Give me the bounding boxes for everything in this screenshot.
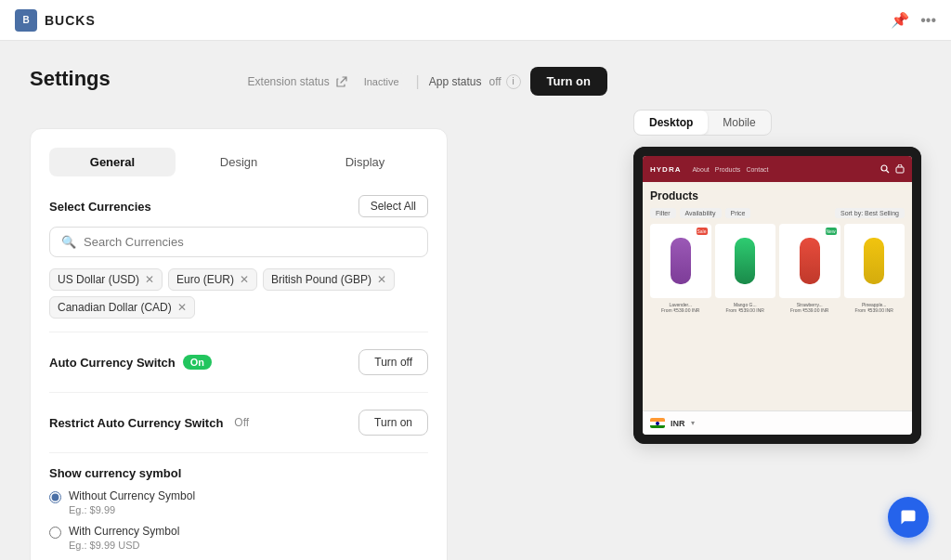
remove-eur-button[interactable]: ✕ [240, 273, 249, 286]
restrict-auto-currency-label: Restrict Auto Currency Switch [49, 416, 223, 430]
topnav: B BUCKS 📌 ••• [0, 0, 951, 41]
mobile-view-button[interactable]: Mobile [708, 111, 770, 135]
tablet-content: Products Filter Availability Price Sort … [643, 182, 912, 410]
tablet-frame: HYDRA About Products Contact P [633, 147, 921, 444]
remove-cad-button[interactable]: ✕ [177, 301, 187, 314]
currency-tag-eur: Euro (EUR) ✕ [168, 268, 257, 291]
product-img-2 [735, 238, 755, 284]
search-icon: 🔍 [61, 235, 76, 249]
tab-general[interactable]: General [49, 148, 176, 176]
divider-2 [49, 392, 428, 393]
radio-without-symbol-label: Without Currency Symbol [69, 489, 195, 502]
show-currency-symbol-section: Show currency symbol Without Currency Sy… [49, 466, 428, 551]
remove-gbp-button[interactable]: ✕ [377, 273, 386, 286]
radio-option-without-symbol: Without Currency Symbol Eg.: $9.99 [49, 489, 428, 515]
tablet-page-title: Products [650, 189, 905, 202]
radio-option-with-symbol: With Currency Symbol Eg.: $9.99 USD [49, 525, 428, 551]
desktop-view-button[interactable]: Desktop [634, 111, 708, 135]
search-box: 🔍 [49, 227, 428, 257]
india-flag [650, 418, 665, 428]
select-currencies-label: Select Currencies [49, 200, 151, 214]
svg-point-0 [881, 165, 887, 171]
tab-display[interactable]: Display [302, 148, 428, 176]
search-input[interactable] [84, 235, 416, 249]
availability-item: Availability [680, 208, 722, 218]
turn-off-auto-currency-button[interactable]: Turn off [358, 349, 428, 375]
extension-status-label: Extension status [248, 75, 330, 88]
tablet-nav-item-3: Contact [746, 166, 768, 173]
chat-button[interactable] [888, 497, 929, 538]
dropdown-arrow[interactable]: ▾ [691, 419, 695, 427]
tablet-nav-item-2: Products [715, 166, 741, 173]
product-img-1 [671, 238, 691, 284]
select-currencies-section: Select Currencies Select All [49, 195, 428, 217]
auto-currency-switch-label: Auto Currency Switch [49, 356, 176, 370]
radio-with-symbol[interactable] [49, 527, 61, 539]
topnav-left: B BUCKS [15, 9, 96, 32]
tab-design[interactable]: Design [176, 148, 302, 176]
page-title: Settings [30, 67, 111, 91]
app-status-value: off [489, 75, 501, 88]
remove-usd-button[interactable]: ✕ [145, 273, 154, 286]
filter-item: Filter [650, 208, 676, 218]
radio-with-symbol-example: Eg.: $9.99 USD [69, 540, 179, 551]
auto-currency-switch-status: On [183, 355, 212, 370]
product-card-4 [844, 224, 905, 298]
product-badge-3: New [826, 228, 837, 235]
extension-status-badge: Inactive [357, 73, 407, 90]
select-all-button[interactable]: Select All [358, 195, 428, 217]
price-item: Price [725, 208, 751, 218]
currency-tag-eur-label: Euro (EUR) [176, 273, 234, 286]
chat-icon [899, 508, 918, 527]
main-content: Settings Extension status Inactive | App… [0, 41, 951, 560]
show-currency-symbol-title: Show currency symbol [49, 466, 428, 480]
price-1: Lavender...From ₹539.00 INR [650, 302, 711, 313]
separator: | [416, 73, 420, 90]
tablet-screen: HYDRA About Products Contact P [643, 156, 912, 435]
settings-header: Settings Extension status Inactive | App… [30, 67, 607, 110]
divider-1 [49, 332, 428, 332]
restrict-auto-currency-row: Restrict Auto Currency Switch Off Turn o… [49, 406, 428, 439]
tablet-nav-item-1: About [692, 166, 709, 173]
tablet-price-row: Lavender...From ₹539.00 INR Mango G...Fr… [650, 302, 905, 313]
currency-tag-usd: US Dollar (USD) ✕ [49, 268, 163, 291]
radio-with-symbol-label: With Currency Symbol [69, 525, 179, 538]
app-status-label: App status [429, 75, 482, 88]
product-img-4 [864, 238, 884, 284]
tablet-filter-row: Filter Availability Price Sort by: Best … [650, 208, 905, 218]
svg-rect-2 [896, 167, 904, 173]
topnav-right: 📌 ••• [891, 11, 936, 29]
pin-icon[interactable]: 📌 [891, 11, 909, 29]
external-link-icon[interactable] [336, 76, 347, 87]
flag-bot [650, 425, 665, 429]
app-logo-letter: B [22, 15, 29, 25]
app-logo: B [15, 9, 37, 32]
product-badge-1: Sale [697, 228, 708, 235]
flag-icon [650, 418, 665, 428]
currency-tag-usd-label: US Dollar (USD) [58, 273, 139, 286]
info-icon[interactable]: i [506, 74, 521, 89]
price-3: Strawberry...From ₹539.00 INR [779, 302, 840, 313]
left-panel: Settings Extension status Inactive | App… [30, 67, 607, 534]
restrict-auto-currency-status: Off [230, 414, 253, 431]
product-card-3: New [779, 224, 840, 298]
price-4: Pineapple...From ₹539.00 INR [844, 302, 905, 313]
view-toggle: Desktop Mobile [633, 110, 772, 136]
right-panel: Desktop Mobile HYDRA About Products Cont… [633, 67, 921, 534]
app-status-row: App status off i [429, 74, 521, 89]
tablet-nav: About Products Contact [692, 166, 768, 173]
preview-container: HYDRA About Products Contact P [633, 147, 921, 444]
product-card-2 [715, 224, 776, 298]
radio-without-symbol[interactable] [49, 491, 61, 503]
settings-header-right: Extension status Inactive | App status o… [248, 67, 607, 96]
radio-without-symbol-content: Without Currency Symbol Eg.: $9.99 [69, 489, 195, 515]
turn-on-button[interactable]: Turn on [530, 67, 607, 96]
price-2: Mango G...From ₹539.00 INR [715, 302, 776, 313]
product-img-3 [800, 238, 820, 284]
tablet-search-icon [880, 164, 890, 174]
tablet-cart-icon [895, 164, 905, 174]
turn-on-restrict-button[interactable]: Turn on [358, 410, 428, 436]
more-options-icon[interactable]: ••• [920, 12, 936, 29]
restrict-auto-currency-left: Restrict Auto Currency Switch Off [49, 414, 253, 431]
settings-card: General Design Display Select Currencies… [30, 128, 448, 560]
